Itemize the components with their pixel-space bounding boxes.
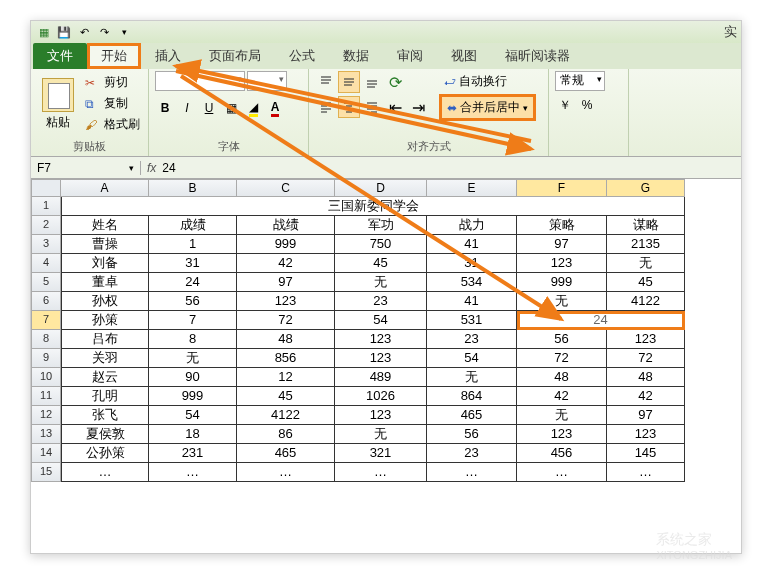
cell[interactable]: 97 <box>517 235 607 254</box>
fx-icon[interactable]: fx <box>147 161 156 175</box>
cell[interactable]: 72 <box>517 349 607 368</box>
cell[interactable]: 56 <box>517 330 607 349</box>
cell[interactable]: 54 <box>149 406 237 425</box>
align-middle-button[interactable] <box>338 71 360 93</box>
align-right-button[interactable] <box>361 96 383 118</box>
col-header-D[interactable]: D <box>335 179 427 197</box>
row-header[interactable]: 3 <box>31 235 61 254</box>
cell[interactable]: 无 <box>427 368 517 387</box>
cell[interactable]: 4122 <box>237 406 335 425</box>
cell[interactable]: 123 <box>335 349 427 368</box>
row-header[interactable]: 6 <box>31 292 61 311</box>
font-color-button[interactable]: A <box>265 98 285 118</box>
cell[interactable]: 56 <box>427 425 517 444</box>
row-header[interactable]: 10 <box>31 368 61 387</box>
cell[interactable]: … <box>335 463 427 482</box>
cell[interactable]: 23 <box>427 444 517 463</box>
qat-dropdown-icon[interactable]: ▾ <box>115 24 133 40</box>
cell[interactable]: 谋略 <box>607 216 685 235</box>
cell[interactable]: 465 <box>237 444 335 463</box>
formula-bar-input[interactable] <box>162 161 562 175</box>
cell[interactable]: 45 <box>335 254 427 273</box>
tab-page-layout[interactable]: 页面布局 <box>195 43 275 69</box>
cell[interactable]: 1 <box>149 235 237 254</box>
cell[interactable]: 54 <box>335 311 427 330</box>
tab-home[interactable]: 开始 <box>87 43 141 69</box>
orientation-button[interactable]: ⟳ <box>384 71 406 93</box>
row-header[interactable]: 9 <box>31 349 61 368</box>
format-painter-button[interactable]: 🖌 格式刷 <box>83 115 142 134</box>
cell[interactable]: 无 <box>149 349 237 368</box>
cell[interactable]: 97 <box>237 273 335 292</box>
cell[interactable]: 战绩 <box>237 216 335 235</box>
tab-review[interactable]: 审阅 <box>383 43 437 69</box>
cell[interactable]: 54 <box>427 349 517 368</box>
cell[interactable]: 成绩 <box>149 216 237 235</box>
cell[interactable]: 72 <box>237 311 335 330</box>
row-header[interactable]: 1 <box>31 197 61 216</box>
cell[interactable]: 无 <box>335 273 427 292</box>
cell[interactable]: 曹操 <box>61 235 149 254</box>
fill-color-button[interactable]: ◢ <box>243 98 263 118</box>
tab-formulas[interactable]: 公式 <box>275 43 329 69</box>
cell[interactable]: 534 <box>427 273 517 292</box>
cell[interactable]: 48 <box>607 368 685 387</box>
cell[interactable]: 123 <box>335 406 427 425</box>
cell[interactable]: 145 <box>607 444 685 463</box>
tab-foxit-reader[interactable]: 福昕阅读器 <box>491 43 584 69</box>
col-header-A[interactable]: A <box>61 179 149 197</box>
cell[interactable]: 41 <box>427 292 517 311</box>
cell[interactable]: 无 <box>607 254 685 273</box>
font-size-select[interactable] <box>247 71 287 91</box>
cell[interactable]: 4122 <box>607 292 685 311</box>
font-family-select[interactable] <box>155 71 245 91</box>
col-header-B[interactable]: B <box>149 179 237 197</box>
cell[interactable]: 56 <box>149 292 237 311</box>
cell[interactable]: … <box>237 463 335 482</box>
wrap-text-button[interactable]: ⮐ 自动换行 <box>439 71 536 92</box>
align-left-button[interactable] <box>315 96 337 118</box>
cell[interactable]: 97 <box>607 406 685 425</box>
merged-cell-F7G7[interactable]: 24 <box>517 311 685 330</box>
select-all-corner[interactable] <box>31 179 61 197</box>
cell[interactable]: 90 <box>149 368 237 387</box>
cell[interactable]: … <box>607 463 685 482</box>
row-header[interactable]: 2 <box>31 216 61 235</box>
align-center-button[interactable] <box>338 96 360 118</box>
cell[interactable]: … <box>61 463 149 482</box>
row-header[interactable]: 12 <box>31 406 61 425</box>
cell[interactable]: 7 <box>149 311 237 330</box>
percent-button[interactable]: % <box>577 95 597 115</box>
cell[interactable]: … <box>517 463 607 482</box>
cell[interactable]: 864 <box>427 387 517 406</box>
cell[interactable]: 750 <box>335 235 427 254</box>
row-header[interactable]: 8 <box>31 330 61 349</box>
cell[interactable]: 42 <box>237 254 335 273</box>
cell[interactable]: 531 <box>427 311 517 330</box>
cell[interactable]: … <box>427 463 517 482</box>
row-header[interactable]: 15 <box>31 463 61 482</box>
underline-button[interactable]: U <box>199 98 219 118</box>
cell[interactable]: 8 <box>149 330 237 349</box>
number-format-select[interactable]: 常规 <box>555 71 605 91</box>
cell[interactable]: 张飞 <box>61 406 149 425</box>
row-header[interactable]: 4 <box>31 254 61 273</box>
cell[interactable]: 无 <box>335 425 427 444</box>
row-header[interactable]: 7 <box>31 311 61 330</box>
redo-icon[interactable]: ↷ <box>95 24 113 40</box>
paste-button[interactable]: 粘贴 <box>37 71 79 138</box>
cell[interactable]: 999 <box>237 235 335 254</box>
cell[interactable]: 42 <box>517 387 607 406</box>
cell[interactable]: 孔明 <box>61 387 149 406</box>
cell[interactable]: 董卓 <box>61 273 149 292</box>
cell[interactable]: 23 <box>335 292 427 311</box>
cell[interactable]: 刘备 <box>61 254 149 273</box>
decrease-indent-button[interactable]: ⇤ <box>384 96 406 118</box>
increase-indent-button[interactable]: ⇥ <box>407 96 429 118</box>
cell[interactable]: 86 <box>237 425 335 444</box>
cell[interactable]: 战力 <box>427 216 517 235</box>
cell[interactable]: 23 <box>427 330 517 349</box>
currency-button[interactable]: ￥ <box>555 95 575 115</box>
cell[interactable]: 231 <box>149 444 237 463</box>
save-icon[interactable]: 💾 <box>55 24 73 40</box>
